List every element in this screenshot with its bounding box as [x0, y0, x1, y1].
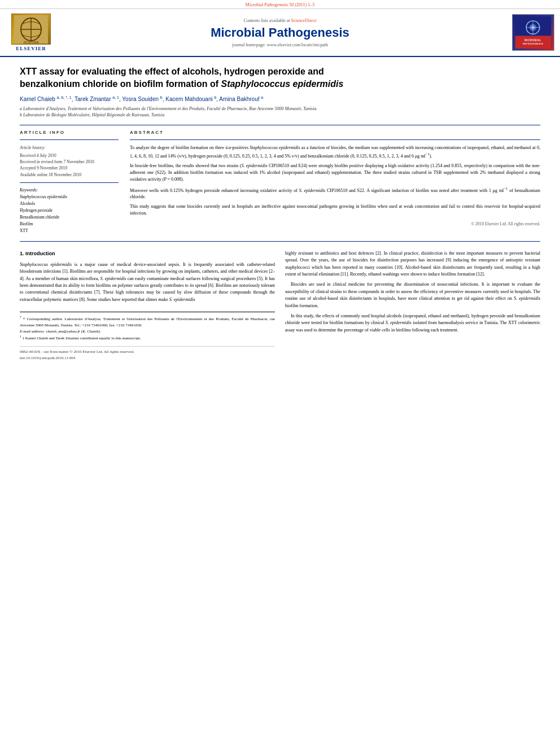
keyword-1: Staphylococcus epidermidis [20, 194, 119, 200]
elsevier-label: ELSEVIER [16, 46, 46, 51]
keywords-label: Keywords: [20, 187, 119, 193]
abstract-para-2: In biocide-free biofilms, the results sh… [130, 163, 540, 183]
svg-text:PATHOGENESIS: PATHOGENESIS [523, 42, 543, 45]
journal-main-title: Microbial Pathogenesis [56, 25, 504, 40]
body-col-left: 1. Introduction Staphylococcus epidermid… [20, 250, 275, 361]
abstract-para-4: This study suggests that some biocides c… [130, 203, 540, 217]
abstract-col: ABSTRACT To analyze the degree of biofil… [130, 130, 540, 234]
journal-citation-bar: Microbial Pathogenesis 50 (2011) 1–5 [0, 0, 560, 9]
body-section: 1. Introduction Staphylococcus epidermid… [20, 250, 540, 361]
elsevier-graphic-icon: ELSEVIER [11, 14, 51, 45]
body-right-para-1: highly resistant to antibiotics and host… [285, 250, 540, 278]
received-revised: Received in revised form 7 November 2010 [20, 159, 119, 165]
doi-line: doi:10.1016/j.micpath.2010.11.004 [20, 355, 275, 361]
intro-heading: 1. Introduction [20, 250, 275, 258]
divider-body [20, 241, 540, 242]
journal-header: ELSEVIER ELSEVIER Contents lists availab… [0, 9, 560, 57]
abstract-divider [130, 139, 540, 140]
keyword-2: Alcohols [20, 200, 119, 207]
copyright: © 2010 Elsevier Ltd. All rights reserved… [130, 221, 540, 226]
page: Microbial Pathogenesis 50 (2011) 1–5 ELS… [0, 0, 560, 747]
body-right-para-3: In this study, the effects of commonly u… [285, 313, 540, 334]
paper-content: XTT assay for evaluating the effect of a… [0, 57, 560, 367]
keyword-3: Hydrogen peroxide [20, 207, 119, 214]
keyword-6: XTT [20, 228, 119, 234]
journal-logo-right: MICROBIAL PATHOGENESIS [504, 14, 554, 51]
article-info-col: ARTICLE INFO Article history: Received 4… [20, 130, 119, 234]
footnote-1: 1 1 Kamel Chaieb and Tarek Zmantar contr… [20, 334, 275, 342]
bottom-info: 0882-4010/$ – see front matter © 2010 El… [20, 346, 275, 361]
journal-citation: Microbial Pathogenesis 50 (2011) 1–5 [246, 2, 314, 7]
affiliations: a Laboratoire d'Analyses, Traitement et … [20, 106, 540, 118]
body-left-para-1: Staphylococcus epidermidis is a major ca… [20, 261, 275, 303]
affiliation-b: b Laboratoire de Biologie Moléculaire, H… [20, 112, 540, 118]
footnotes: * * Corresponding author. Laboratoire d'… [20, 312, 275, 342]
info-divider [20, 139, 119, 140]
divider-top [20, 125, 540, 125]
article-info-label: ARTICLE INFO [20, 130, 119, 135]
abstract-para-3: Moreover wells with 0.125% hydrogen pero… [130, 186, 540, 201]
svg-text:MICROBIAL: MICROBIAL [524, 39, 541, 42]
contents-line: Contents lists available at ScienceDirec… [56, 18, 504, 23]
microbial-pathogenesis-logo: MICROBIAL PATHOGENESIS [512, 14, 554, 51]
sciencedirect-link[interactable]: ScienceDirect [291, 18, 317, 23]
journal-homepage: journal homepage: www.elsevier.com/locat… [56, 42, 504, 47]
abstract-label: ABSTRACT [130, 130, 540, 135]
body-right-para-2: Biocides are used in clinical medicine f… [285, 281, 540, 309]
body-col-right: highly resistant to antibiotics and host… [285, 250, 540, 361]
keyword-4: Benzalkonium chloride [20, 214, 119, 221]
info-abstract-section: ARTICLE INFO Article history: Received 4… [20, 130, 540, 234]
available-date: Available online 18 November 2010 [20, 172, 119, 178]
article-title: XTT assay for evaluating the effect of a… [20, 65, 540, 90]
accepted-date: Accepted 9 November 2010 [20, 165, 119, 171]
journal-title-section: Contents lists available at ScienceDirec… [56, 18, 504, 47]
footnote-star: * * Corresponding author. Laboratoire d'… [20, 315, 275, 328]
abstract-para-1: To analyze the degree of biofilm formati… [130, 145, 540, 160]
history-label: Article history: [20, 145, 119, 151]
abstract-text: To analyze the degree of biofilm formati… [130, 145, 540, 217]
keywords-divider [20, 182, 119, 183]
authors-line: Kamel Chaieb a, b, *, 1, Tarek Zmantar a… [20, 95, 540, 102]
issn-line: 0882-4010/$ – see front matter © 2010 El… [20, 349, 275, 355]
keywords-section: Keywords: Staphylococcus epidermidis Alc… [20, 187, 119, 234]
affiliation-a: a Laboratoire d'Analyses, Traitement et … [20, 106, 540, 112]
footnote-email: E-mail address: chaieb_mn@yahoo.fr (K. C… [20, 329, 275, 335]
received-date: Received 4 July 2010 [20, 152, 119, 159]
keyword-5: Biofilm [20, 221, 119, 228]
elsevier-logo: ELSEVIER ELSEVIER [6, 14, 56, 51]
article-history: Article history: Received 4 July 2010 Re… [20, 145, 119, 178]
svg-text:ELSEVIER: ELSEVIER [23, 41, 39, 43]
